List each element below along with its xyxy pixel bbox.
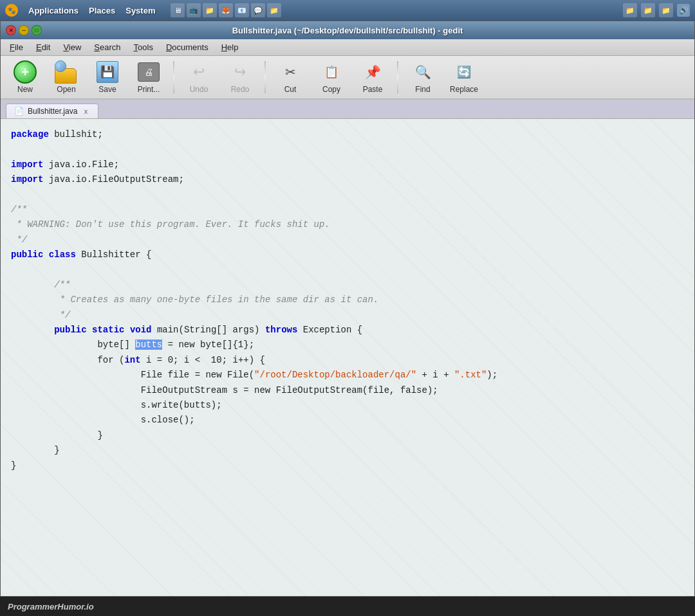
title-bar: ✕ ─ □ Bullshitter.java (~/Desktop/dev/bu… (1, 21, 694, 39)
print-icon: 🖨 (138, 62, 160, 82)
open-button[interactable]: ↑ Open (47, 59, 86, 96)
volume-icon[interactable]: 🔊 (677, 4, 690, 17)
taskbar-icon-4[interactable]: 🦊 (219, 3, 233, 17)
menu-documents[interactable]: Documents (160, 41, 215, 53)
separator-2 (264, 61, 266, 93)
redo-button[interactable]: ↪ Redo (221, 59, 259, 96)
redo-icon: ↪ (234, 64, 246, 80)
system-menu[interactable]: System (125, 6, 155, 15)
taskbar-icon-folder2[interactable]: 📁 (641, 3, 655, 17)
places-menu[interactable]: Places (89, 6, 115, 15)
undo-label: Undo (190, 85, 208, 94)
menu-file[interactable]: File (3, 41, 30, 53)
app-icon: 🐾 (5, 4, 18, 17)
save-button[interactable]: 💾 Save (88, 59, 127, 96)
print-label: Print... (138, 85, 160, 94)
menu-search[interactable]: Search (88, 41, 127, 53)
replace-icon: 🔄 (457, 65, 471, 79)
tab-close-button[interactable]: x (81, 107, 90, 116)
replace-label: Replace (450, 85, 478, 94)
new-icon: + (14, 60, 37, 84)
find-button[interactable]: 🔍 Find (403, 59, 442, 96)
taskbar-icon-1[interactable]: 🖥 (171, 3, 185, 17)
minimize-button[interactable]: ─ (19, 25, 29, 35)
gedit-window: ✕ ─ □ Bullshitter.java (~/Desktop/dev/bu… (0, 21, 695, 597)
replace-button[interactable]: 🔄 Replace (445, 59, 483, 96)
new-button[interactable]: + New (6, 59, 44, 96)
menu-view[interactable]: View (57, 41, 88, 53)
save-icon: 💾 (97, 61, 118, 83)
menu-tools[interactable]: Tools (127, 41, 160, 53)
taskbar-icon-7[interactable]: 📁 (267, 3, 281, 17)
separator-1 (173, 61, 174, 93)
redo-label: Redo (231, 85, 250, 94)
system-bar: 🐾 Applications Places System 🖥 📺 📁 🦊 📧 💬… (0, 0, 695, 21)
maximize-button[interactable]: □ (32, 25, 42, 35)
taskbar-icon-3[interactable]: 📁 (203, 3, 217, 17)
branding-text: ProgrammerHumor.io (8, 602, 94, 611)
print-button[interactable]: 🖨 Print... (129, 59, 168, 96)
taskbar-icon-folder3[interactable]: 📁 (659, 3, 673, 17)
code-editor[interactable]: package bullshit; import java.io.File; i… (1, 119, 694, 596)
open-icon: ↑ (55, 60, 78, 84)
menu-help[interactable]: Help (215, 41, 245, 53)
copy-label: Copy (322, 85, 340, 94)
copy-button[interactable]: 📋 Copy (312, 59, 351, 96)
undo-icon: ↩ (193, 64, 205, 80)
taskbar-icon-6[interactable]: 💬 (251, 3, 265, 17)
tab-bullshitter[interactable]: 📄 Bullshitter.java x (6, 104, 98, 118)
applications-menu[interactable]: Applications (28, 6, 79, 15)
menu-edit[interactable]: Edit (30, 41, 57, 53)
cut-label: Cut (284, 85, 297, 94)
cut-icon: ✂ (285, 64, 296, 80)
paste-button[interactable]: 📌 Paste (353, 59, 392, 96)
paste-icon: 📌 (365, 64, 381, 80)
taskbar-icon-2[interactable]: 📺 (187, 3, 201, 17)
find-icon: 🔍 (415, 64, 431, 80)
save-label: Save (98, 85, 116, 94)
undo-button[interactable]: ↩ Undo (180, 59, 218, 96)
toolbar: + New ↑ Open 💾 Save 🖨 Prin (1, 56, 694, 100)
tab-label: Bullshitter.java (28, 107, 77, 116)
taskbar-icon-5[interactable]: 📧 (235, 3, 249, 17)
cut-button[interactable]: ✂ Cut (271, 59, 310, 96)
window-title: Bullshitter.java (~/Desktop/dev/bullshit… (232, 26, 463, 35)
menu-bar: File Edit View Search Tools Documents He… (1, 39, 694, 56)
open-label: Open (57, 85, 75, 94)
tab-bar: 📄 Bullshitter.java x (1, 100, 694, 119)
window-controls: ✕ ─ □ (6, 25, 42, 35)
copy-icon: 📋 (324, 65, 338, 79)
new-label: New (17, 85, 33, 94)
paste-label: Paste (363, 85, 383, 94)
close-button[interactable]: ✕ (6, 25, 16, 35)
branding-bar: ProgrammerHumor.io (0, 597, 695, 616)
find-label: Find (415, 85, 430, 94)
taskbar-icon-folder1[interactable]: 📁 (623, 3, 637, 17)
separator-3 (397, 61, 398, 93)
